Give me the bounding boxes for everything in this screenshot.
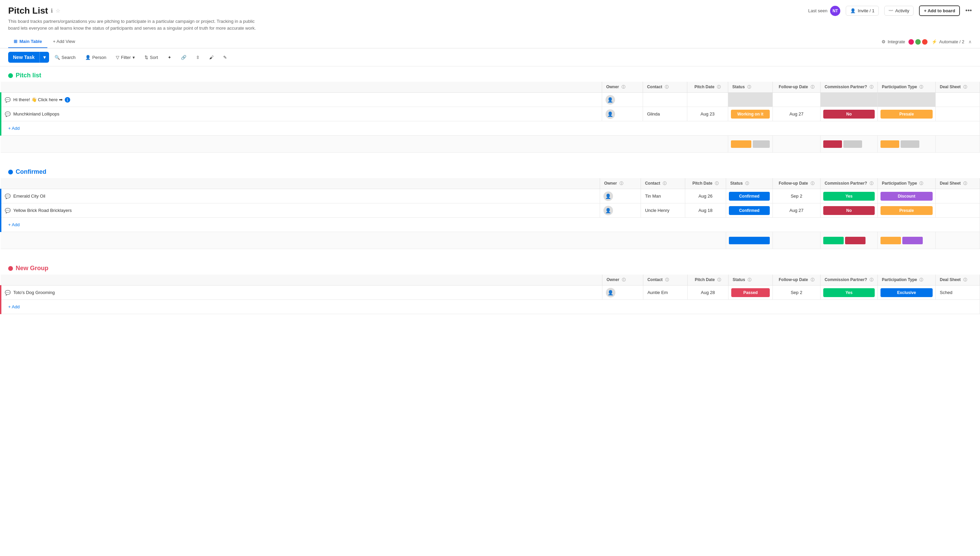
deal-info-icon-2[interactable]: ⓘ (963, 181, 967, 185)
col-pitch-date-header: Pitch Date ⓘ (687, 82, 728, 93)
add-row[interactable]: + Add (1, 300, 980, 314)
contact-info-icon-2[interactable]: ⓘ (663, 181, 666, 185)
owner-avatar: 👤 (603, 206, 613, 215)
participation-info-icon-3[interactable]: ⓘ (919, 278, 923, 282)
filter-button[interactable]: ▽ Filter ▾ (112, 53, 139, 62)
row-name: Hi there! 👋 Click here ➡ (13, 97, 63, 102)
col-participation-header-2: Participation Type ⓘ (878, 178, 936, 189)
status-info-icon-2[interactable]: ⓘ (745, 181, 749, 185)
group-confirmed: Confirmed Owner ⓘ Contact ⓘ (0, 163, 980, 249)
deal-info-icon-3[interactable]: ⓘ (963, 278, 967, 282)
automate-button[interactable]: ⚡ Automate / 2 (931, 39, 964, 44)
commission-info-icon[interactable]: ⓘ (870, 85, 873, 89)
owner-info-icon-3[interactable]: ⓘ (622, 278, 626, 282)
activity-button[interactable]: 〰 Activity (884, 6, 914, 16)
followup-info-icon-2[interactable]: ⓘ (811, 181, 814, 185)
owner-avatar: 👤 (605, 109, 615, 119)
add-row-label-3[interactable]: + Add (2, 302, 980, 312)
activity-icon: 〰 (889, 8, 893, 13)
participation-badge: Exclusive (880, 288, 933, 297)
sparkle-button[interactable]: ✦ (163, 53, 175, 62)
new-task-dropdown[interactable]: ▾ (39, 52, 49, 63)
owner-info-icon-2[interactable]: ⓘ (619, 181, 623, 185)
edit-button[interactable]: ✎ (219, 53, 231, 62)
status-info-icon[interactable]: ⓘ (747, 85, 751, 89)
more-options-button[interactable]: ••• (965, 7, 972, 14)
chat-icon[interactable]: 💬 (4, 111, 11, 118)
pitch-date-info-icon-3[interactable]: ⓘ (717, 278, 721, 282)
row-name: Emerald City Oil (13, 194, 45, 199)
participation-badge: Discount (880, 192, 933, 200)
chat-icon[interactable]: 💬 (4, 207, 11, 214)
more-toolbar-button[interactable]: 🖌 (205, 53, 218, 62)
new-task-button[interactable]: New Task ▾ (8, 52, 49, 63)
chart-bar (845, 237, 865, 244)
chart-bar (753, 141, 770, 148)
integration-dot-1 (909, 39, 914, 45)
pitch-date-info-icon-2[interactable]: ⓘ (715, 181, 719, 185)
pitch-date-info-icon[interactable]: ⓘ (717, 85, 721, 89)
col-owner-header-2: Owner ⓘ (600, 178, 640, 189)
chart-bar (731, 141, 751, 148)
pitch-date-cell: Aug 18 (685, 204, 726, 218)
commission-badge: No (823, 110, 875, 118)
col-status-header-3: Status ⓘ (728, 275, 773, 286)
deal-info-icon[interactable]: ⓘ (963, 85, 967, 89)
filter-dropdown[interactable]: ▾ (133, 55, 135, 60)
status-badge: Passed (731, 288, 770, 297)
status-info-icon-3[interactable]: ⓘ (748, 278, 751, 282)
pitch-date-cell (687, 93, 728, 107)
integration-dot-2 (915, 39, 921, 45)
commission-badge: No (823, 206, 875, 215)
collapse-button[interactable]: ∧ (969, 39, 972, 44)
commission-info-icon-3[interactable]: ⓘ (870, 278, 873, 282)
chart-row-2 (1, 232, 980, 249)
sort-button[interactable]: ⇅ Sort (141, 53, 162, 62)
add-row[interactable]: + Add (1, 218, 980, 232)
group-name-confirmed[interactable]: Confirmed (16, 168, 46, 175)
add-row[interactable]: + Add (1, 121, 980, 136)
chat-icon[interactable]: 💬 (4, 193, 11, 200)
automate-icon: ⚡ (931, 39, 937, 44)
group-name-pitch-list[interactable]: Pitch list (16, 72, 41, 79)
add-row-label[interactable]: + Add (2, 123, 980, 134)
commission-info-icon-2[interactable]: ⓘ (870, 181, 873, 185)
contact-cell: Tin Man (640, 189, 685, 204)
chart-bar (823, 141, 842, 148)
search-button[interactable]: 🔍 Search (50, 53, 80, 62)
star-icon[interactable]: ☆ (55, 8, 60, 14)
add-row-label-2[interactable]: + Add (2, 220, 980, 230)
person-button[interactable]: 👤 Person (81, 53, 110, 62)
followup-info-icon-3[interactable]: ⓘ (811, 278, 814, 282)
last-seen: Last seen NT (808, 6, 840, 16)
followup-info-icon[interactable]: ⓘ (811, 85, 814, 89)
row-height-button[interactable]: ⇳ (192, 53, 204, 62)
integrate-button[interactable]: ⚙ Integrate (881, 39, 928, 45)
chart-bar (823, 237, 844, 244)
add-to-board-button[interactable]: + Add to board (919, 5, 960, 16)
tab-main-table[interactable]: ⊞ Main Table (8, 36, 47, 48)
col-followup-header-2: Follow-up Date ⓘ (773, 178, 820, 189)
link-button[interactable]: 🔗 (177, 53, 191, 62)
chat-icon[interactable]: 💬 (4, 289, 11, 296)
chat-icon[interactable]: 💬 (4, 96, 11, 103)
col-participation-header-3: Participation Type ⓘ (878, 275, 936, 286)
table-row: 💬 Hi there! 👋 Click here ➡ 1 👤 (1, 93, 980, 107)
col-participation-header: Participation Type ⓘ (878, 82, 936, 93)
pitch-date-cell: Aug 28 (687, 286, 728, 300)
person-filter-icon: 👤 (85, 55, 91, 60)
chart-bar (901, 141, 919, 148)
contact-info-icon[interactable]: ⓘ (665, 85, 669, 89)
tab-add-view[interactable]: + Add View (47, 36, 81, 48)
new-task-label[interactable]: New Task (8, 52, 39, 63)
contact-info-icon-3[interactable]: ⓘ (665, 278, 669, 282)
table-row: 💬 Toto's Dog Grooming 👤 Auntie Em Aug 28 (1, 286, 980, 300)
invite-button[interactable]: 👤 Invite / 1 (846, 6, 879, 16)
group-new-group: New Group Owner ⓘ Contact ⓘ (0, 259, 980, 314)
group-name-new-group[interactable]: New Group (16, 265, 49, 272)
participation-info-icon[interactable]: ⓘ (919, 85, 923, 89)
owner-info-icon[interactable]: ⓘ (621, 85, 625, 89)
followup-cell: Aug 27 (773, 204, 820, 218)
participation-info-icon-2[interactable]: ⓘ (919, 181, 923, 185)
info-icon[interactable]: ℹ (51, 8, 53, 14)
